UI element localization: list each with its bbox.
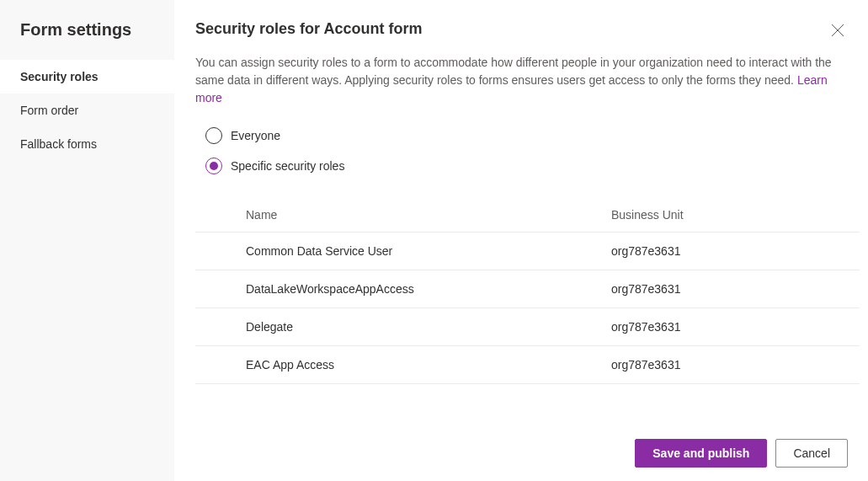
cell-name: DataLakeWorkspaceAppAccess xyxy=(195,270,561,308)
cell-business-unit: org787e3631 xyxy=(561,232,860,270)
roles-table-scroll[interactable]: Name Business Unit Common Data Service U… xyxy=(195,198,860,409)
sidebar-title: Form settings xyxy=(0,0,174,60)
cell-business-unit: org787e3631 xyxy=(561,346,860,384)
col-header-business-unit[interactable]: Business Unit xyxy=(561,198,860,232)
radio-label: Specific security roles xyxy=(231,159,344,173)
cancel-button[interactable]: Cancel xyxy=(775,439,848,468)
radio-label: Everyone xyxy=(231,129,280,142)
nav-item-form-order[interactable]: Form order xyxy=(0,94,174,127)
save-publish-button[interactable]: Save and publish xyxy=(635,439,767,468)
page-title: Security roles for Account form xyxy=(195,20,422,38)
main-panel: Security roles for Account form You can … xyxy=(175,0,868,481)
radio-everyone[interactable]: Everyone xyxy=(205,127,848,144)
table-row[interactable]: Delegate org787e3631 xyxy=(195,308,860,346)
roles-table-container: Name Business Unit Common Data Service U… xyxy=(195,198,860,409)
radio-circle-icon xyxy=(205,127,222,144)
nav-item-security-roles[interactable]: Security roles xyxy=(0,60,174,94)
cell-name: Common Data Service User xyxy=(195,232,561,270)
cell-name: EAC App Access xyxy=(195,346,561,384)
sidebar: Form settings Security roles Form order … xyxy=(0,0,175,481)
table-row[interactable]: DataLakeWorkspaceAppAccess org787e3631 xyxy=(195,270,860,308)
close-icon xyxy=(831,24,844,37)
table-row[interactable]: EAC App Access org787e3631 xyxy=(195,346,860,384)
header: Security roles for Account form xyxy=(175,0,868,40)
nav-item-label: Form order xyxy=(20,104,78,117)
footer: Save and publish Cancel xyxy=(175,425,868,481)
nav-item-label: Fallback forms xyxy=(20,137,97,151)
roles-table: Name Business Unit Common Data Service U… xyxy=(195,198,860,384)
radio-specific[interactable]: Specific security roles xyxy=(205,158,848,174)
description: You can assign security roles to a form … xyxy=(175,40,868,107)
radio-group: Everyone Specific security roles xyxy=(175,107,868,188)
cell-business-unit: org787e3631 xyxy=(561,308,860,346)
nav-item-fallback-forms[interactable]: Fallback forms xyxy=(0,127,174,161)
cell-name: Delegate xyxy=(195,308,561,346)
cell-business-unit: org787e3631 xyxy=(561,270,860,308)
col-header-name[interactable]: Name xyxy=(195,198,561,232)
description-text: You can assign security roles to a form … xyxy=(195,56,832,87)
table-row[interactable]: Common Data Service User org787e3631 xyxy=(195,232,860,270)
radio-circle-icon xyxy=(205,158,222,174)
nav-item-label: Security roles xyxy=(20,70,99,83)
close-button[interactable] xyxy=(828,20,848,40)
